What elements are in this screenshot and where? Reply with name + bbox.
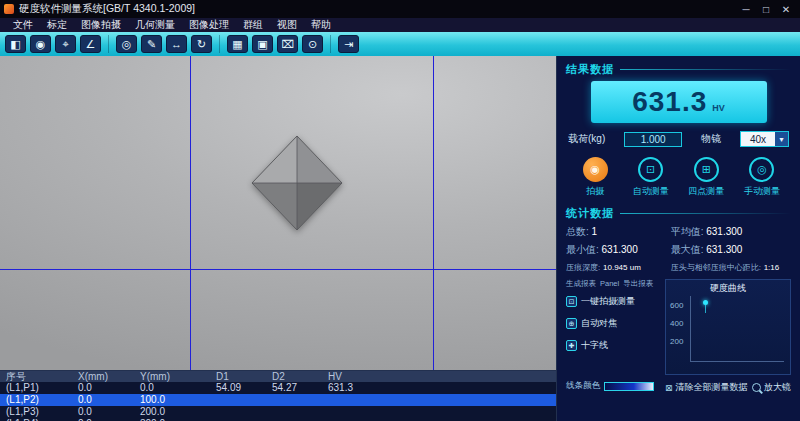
average-value: 631.300 <box>706 226 742 237</box>
trash-icon: ⊠ <box>665 383 673 393</box>
capture-button[interactable]: ◉ 拍摄 <box>568 157 622 198</box>
cell-index: (L1,P3) <box>0 406 72 418</box>
clear-all-button[interactable]: ⊠ 清除全部测量数据 <box>665 381 748 394</box>
column-header-hv: HV <box>322 371 556 382</box>
measurement-table: 序号 X(mm) Y(mm) D1 D2 HV (L1,P1) 0.0 0.0 … <box>0 370 556 421</box>
magnifier-toggle[interactable]: 放大镜 <box>752 381 791 394</box>
camera-icon: ◉ <box>583 157 608 182</box>
tab-generate-report[interactable]: 生成报表 <box>566 279 596 289</box>
menu-image-processing[interactable]: 图像处理 <box>182 18 236 32</box>
cell-index: (L1,P1) <box>0 382 72 394</box>
hardness-value: 631.3 <box>632 86 707 118</box>
stat-row: 最小值: 631.300 最大值: 631.300 <box>566 243 791 257</box>
tab-export-report[interactable]: 导出报表 <box>623 279 653 289</box>
table-row[interactable]: (L1,P1) 0.0 0.0 54.09 54.27 631.3 <box>0 382 556 394</box>
four-point-icon: ⊞ <box>694 157 719 182</box>
record-icon[interactable]: ⊙ <box>302 35 323 53</box>
cell-d2 <box>266 394 322 406</box>
load-input[interactable] <box>624 132 682 147</box>
autofocus-button[interactable]: ⊕ 自动对焦 <box>566 317 660 330</box>
one-key-measure-button[interactable]: ⊡ 一键拍摄测量 <box>566 295 660 308</box>
stat-row: 总数: 1 平均值: 631.300 <box>566 225 791 239</box>
image-icon[interactable]: ▣ <box>252 35 273 53</box>
hardness-unit: HV <box>712 103 725 113</box>
line-color-row: 线条颜色 <box>566 380 660 394</box>
close-button[interactable]: ✕ <box>776 1 796 17</box>
cell-d1 <box>210 394 266 406</box>
app-icon <box>4 4 14 14</box>
menu-help[interactable]: 帮助 <box>304 18 338 32</box>
menu-view[interactable]: 视图 <box>270 18 304 32</box>
column-header-x: X(mm) <box>72 371 134 382</box>
hardness-chart: 硬度曲线 600 400 200 <box>665 279 791 375</box>
capture-label: 拍摄 <box>586 185 604 198</box>
one-key-measure-icon: ⊡ <box>566 296 577 307</box>
cell-y: 100.0 <box>134 394 210 406</box>
y-tick-200: 200 <box>670 337 683 346</box>
manual-measure-button[interactable]: ◎ 手动测量 <box>735 157 789 198</box>
delete-icon[interactable]: ⌧ <box>277 35 298 53</box>
indentation-image <box>250 134 344 232</box>
menu-calibration[interactable]: 标定 <box>40 18 74 32</box>
target-icon[interactable]: ⌖ <box>55 35 76 53</box>
refresh-icon[interactable]: ↻ <box>191 35 212 53</box>
table-icon[interactable]: ▦ <box>227 35 248 53</box>
cell-index: (L1,P2) <box>0 394 72 406</box>
crosshair-horizontal <box>0 269 556 270</box>
cell-y: 200.0 <box>134 406 210 418</box>
magnifier-icon <box>752 383 761 392</box>
min-label: 最小值: <box>566 244 599 255</box>
length-measure-icon[interactable]: ↔ <box>166 35 187 53</box>
microscope-viewport[interactable] <box>0 56 556 370</box>
depth-value: 10.945 um <box>603 263 641 272</box>
camera-icon[interactable]: ◉ <box>30 35 51 53</box>
menu-group[interactable]: 群组 <box>236 18 270 32</box>
hardness-display: 631.3 HV <box>591 81 767 123</box>
maximize-button[interactable]: □ <box>756 1 776 17</box>
max-value: 631.300 <box>706 244 742 255</box>
bottom-tools-area: 生成报表 Panel 导出报表 ⊡ 一键拍摄测量 ⊕ 自动对焦 ✚ 十字线 <box>566 279 791 394</box>
app-window: 硬度软件测量系统[GB/T 4340.1-2009] ─ □ ✕ 文件 标定 图… <box>0 0 800 421</box>
focus-icon[interactable]: ◎ <box>116 35 137 53</box>
line-color-label: 线条颜色 <box>566 380 600 392</box>
menu-image-capture[interactable]: 图像拍摄 <box>74 18 128 32</box>
results-title: 结果数据 <box>566 62 614 77</box>
menu-geometry-measure[interactable]: 几何测量 <box>128 18 182 32</box>
total-value: 1 <box>592 226 598 237</box>
chart-title: 硬度曲线 <box>666 282 790 295</box>
calibrate-icon[interactable]: ◧ <box>5 35 26 53</box>
export-icon[interactable]: ⇥ <box>338 35 359 53</box>
y-tick-600: 600 <box>670 301 683 310</box>
menu-file[interactable]: 文件 <box>6 18 40 32</box>
angle-measure-icon[interactable]: ∠ <box>80 35 101 53</box>
auto-measure-button[interactable]: ⊡ 自动测量 <box>624 157 678 198</box>
hardness-chart-plot <box>690 296 784 362</box>
chevron-down-icon: ▼ <box>775 132 788 146</box>
section-divider <box>620 213 791 214</box>
chart-footer: ⊠ 清除全部测量数据 放大镜 <box>665 381 791 394</box>
line-color-swatch[interactable] <box>604 382 654 391</box>
title-bar: 硬度软件测量系统[GB/T 4340.1-2009] ─ □ ✕ <box>0 0 800 18</box>
crosshair-toggle-button[interactable]: ✚ 十字线 <box>566 339 660 352</box>
action-buttons: ◉ 拍摄 ⊡ 自动测量 ⊞ 四点测量 ◎ 手动测量 <box>568 157 789 198</box>
tab-panel[interactable]: Panel <box>600 279 619 289</box>
section-divider <box>620 69 791 70</box>
objective-select[interactable]: 40x ▼ <box>740 131 789 147</box>
window-title: 硬度软件测量系统[GB/T 4340.1-2009] <box>19 2 195 16</box>
tools-column: 生成报表 Panel 导出报表 ⊡ 一键拍摄测量 ⊕ 自动对焦 ✚ 十字线 <box>566 279 660 394</box>
toolbar-separator <box>108 35 109 53</box>
cell-d1: 54.09 <box>210 382 266 394</box>
table-row[interactable]: (L1,P3) 0.0 200.0 <box>0 406 556 418</box>
column-header-index: 序号 <box>0 371 72 382</box>
minimize-button[interactable]: ─ <box>736 1 756 17</box>
edit-icon[interactable]: ✎ <box>141 35 162 53</box>
four-point-measure-button[interactable]: ⊞ 四点测量 <box>679 157 733 198</box>
min-value: 631.300 <box>602 244 638 255</box>
table-row-selected[interactable]: (L1,P2) 0.0 100.0 <box>0 394 556 406</box>
left-pane: 序号 X(mm) Y(mm) D1 D2 HV (L1,P1) 0.0 0.0 … <box>0 56 556 421</box>
toolbar-separator <box>330 35 331 53</box>
statistics-section-header: 统计数据 <box>566 206 791 221</box>
auto-measure-label: 自动测量 <box>633 185 669 198</box>
y-tick-400: 400 <box>670 319 683 328</box>
depth-label: 压痕深度: <box>566 263 600 272</box>
